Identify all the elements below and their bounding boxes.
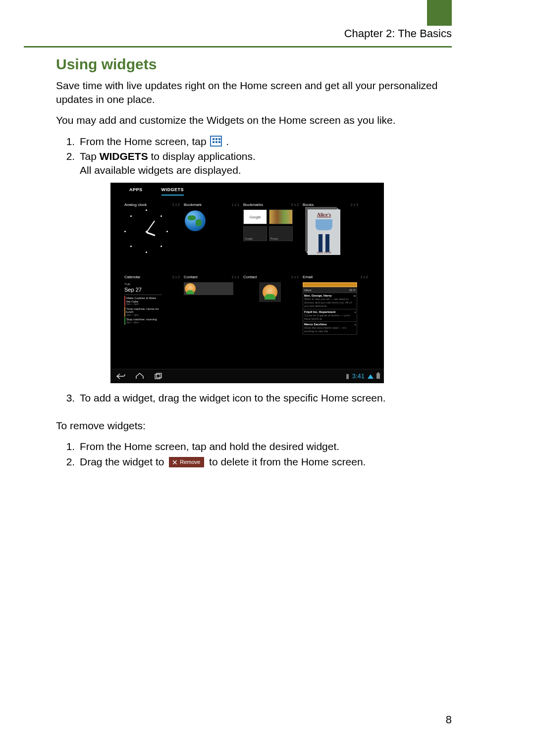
intro-paragraph-1: Save time with live updates right on the… xyxy=(56,79,452,107)
widgets-screenshot: APPS WIDGETS Analog clock2 x 2 xyxy=(110,183,384,383)
recent-apps-button[interactable] xyxy=(152,371,165,381)
remove-step-1: From the Home screen, tap and hold the d… xyxy=(78,440,452,454)
widget-bookmark[interactable]: Bookmark1 x 1 xyxy=(184,202,243,255)
status-time: 3:41 xyxy=(352,372,365,381)
page-number: 8 xyxy=(446,712,452,727)
svg-rect-0 xyxy=(155,374,160,379)
add-widget-steps-continued: To add a widget, drag the widget icon to… xyxy=(56,391,452,405)
close-icon: ✕ xyxy=(172,459,178,466)
chapter-label: Chapter 2: The Basics xyxy=(344,26,452,41)
battery-icon xyxy=(376,373,380,379)
widget-contact-square[interactable]: Contact1 x 1 xyxy=(243,275,303,328)
widget-calendar[interactable]: Calendar2 x 2 TUE Sep 27 Make Cookies & … xyxy=(124,275,184,328)
remove-intro: To remove widgets: xyxy=(56,419,452,433)
page-header: Chapter 2: The Basics xyxy=(24,26,452,48)
page-tab-decoration xyxy=(427,0,452,26)
remove-widget-steps: From the Home screen, tap and hold the d… xyxy=(56,440,452,469)
apps-icon xyxy=(210,136,222,147)
section-title: Using widgets xyxy=(56,54,452,75)
step-3: To add a widget, drag the widget icon to… xyxy=(78,391,452,405)
tab-apps[interactable]: APPS xyxy=(129,187,143,196)
widget-analog-clock[interactable]: Analog clock2 x 2 xyxy=(124,202,184,255)
step-1: From the Home screen, tap . xyxy=(78,135,452,149)
widget-bookmarks[interactable]: Bookmarks2 x 2 Google Google Picasa xyxy=(243,202,303,255)
widget-books[interactable]: Books2 x 3 Alice's Lewis Carroll xyxy=(303,202,362,255)
avatar-icon xyxy=(185,283,196,294)
clock-icon xyxy=(124,209,169,254)
remove-button: ✕ Remove xyxy=(169,457,204,467)
intro-paragraph-2: You may add and customize the Widgets on… xyxy=(56,113,452,127)
widget-contact-wide[interactable]: Contact2 x 1 xyxy=(184,275,243,328)
nav-bar: ▮ 3:41 xyxy=(110,369,384,383)
screenshot-tabs: APPS WIDGETS xyxy=(129,187,184,196)
svg-rect-1 xyxy=(157,373,161,378)
tab-widgets[interactable]: WIDGETS xyxy=(161,187,184,196)
book-icon: Alice's Lewis Carroll xyxy=(308,209,340,255)
home-button[interactable] xyxy=(133,371,146,381)
add-widget-steps: From the Home screen, tap . Tap WIDGETS … xyxy=(56,135,452,178)
back-button[interactable] xyxy=(114,371,127,381)
step-2: Tap WIDGETS to display applications. All… xyxy=(78,150,452,178)
globe-icon xyxy=(185,210,206,231)
remove-step-2: Drag the widget to ✕ Remove to delete it… xyxy=(78,455,452,469)
wifi-icon xyxy=(368,374,374,379)
avatar-icon xyxy=(263,285,277,300)
widget-email[interactable]: Email3 x 2 Inbox15 ⟳ Ben, George, Harvy›… xyxy=(303,275,372,328)
